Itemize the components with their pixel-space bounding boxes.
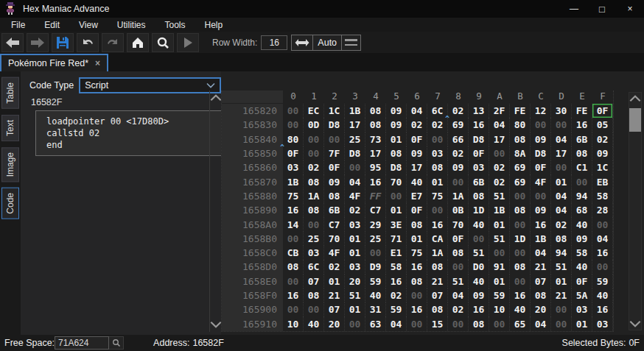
hex-cell[interactable]: 59 [386, 302, 407, 316]
hex-cell[interactable]: 00 [365, 246, 386, 260]
hex-cell[interactable]: 16 [510, 288, 531, 302]
hex-cell[interactable]: 16 [283, 288, 304, 302]
hex-cell[interactable]: 75 [283, 189, 304, 203]
hex-cell[interactable]: 02 [592, 132, 613, 146]
menu-item-help[interactable]: Help [195, 18, 233, 32]
hex-cell[interactable]: 08 [407, 217, 427, 231]
hex-cell[interactable]: 0F [531, 160, 551, 174]
hex-cell[interactable]: 04 [345, 174, 365, 188]
hex-cell[interactable]: 59 [592, 274, 613, 288]
hex-cell[interactable]: 02 [448, 146, 469, 160]
hex-cell[interactable]: 01 [407, 232, 427, 246]
hex-cell[interactable]: 01 [427, 174, 448, 188]
hex-cell[interactable]: 03 [572, 302, 592, 316]
hex-cell[interactable]: 6B [572, 132, 592, 146]
hex-cell[interactable]: 03 [304, 246, 324, 260]
hex-cell[interactable]: 75 [427, 189, 448, 203]
side-tab-text[interactable]: Text [1, 115, 19, 141]
hex-cell[interactable]: 40 [365, 288, 386, 302]
hex-cell[interactable]: 0F^ [283, 146, 304, 160]
hex-cell[interactable]: 00 [283, 274, 304, 288]
hex-cell[interactable]: 0F [572, 274, 592, 288]
hex-cell[interactable]: 00 [489, 246, 510, 260]
close-button[interactable]: × [616, 0, 644, 18]
hex-cell[interactable]: 00 [386, 189, 407, 203]
hex-cell[interactable]: 7F [324, 146, 345, 160]
hex-cell[interactable]: 04 [448, 288, 469, 302]
hex-cell[interactable]: 30 [551, 104, 572, 118]
hex-cell[interactable]: 08 [304, 174, 324, 188]
hex-cell[interactable]: 91 [489, 260, 510, 274]
hex-cell[interactable]: 16 [407, 260, 427, 274]
hex-cell[interactable]: 00 [448, 316, 469, 330]
hex-cell[interactable]: 1A [304, 189, 324, 203]
hex-cell[interactable]: 00 [510, 217, 531, 231]
script-editor[interactable]: loadpointer 00 <17D80D>callstd 02end [35, 110, 223, 156]
hex-cell[interactable]: 08 [386, 146, 407, 160]
menu-item-view[interactable]: View [69, 18, 108, 32]
hex-cell[interactable]: CA [427, 232, 448, 246]
hex-cell[interactable]: 00 [407, 316, 427, 330]
free-space-search-button[interactable] [109, 336, 124, 350]
hex-cell[interactable]: 00 [572, 174, 592, 188]
hex-cell[interactable]: 07 [304, 274, 324, 288]
hex-cell[interactable]: 09 [572, 232, 592, 246]
hex-cell[interactable]: 59 [489, 288, 510, 302]
hex-cell[interactable]: 00 [304, 302, 324, 316]
hex-cell[interactable]: 07 [324, 302, 345, 316]
hex-cell[interactable]: 01 [489, 274, 510, 288]
hex-cell[interactable]: 08 [510, 132, 531, 146]
row-width-input[interactable] [261, 35, 287, 50]
hex-cell[interactable]: 00 [489, 146, 510, 160]
hex-cell[interactable]: 40 [592, 288, 613, 302]
hex-cell[interactable]: 1A [448, 189, 469, 203]
hex-cell[interactable]: 08 [448, 246, 469, 260]
hex-cell[interactable]: 16 [469, 118, 489, 132]
hex-cell[interactable]: 40 [572, 217, 592, 231]
hex-cell[interactable]: 28 [592, 203, 613, 217]
hex-cell[interactable]: 09 [531, 203, 551, 217]
hex-cell[interactable]: 20 [531, 302, 551, 316]
hex-cell[interactable]: 00 [345, 316, 365, 330]
hex-cell[interactable]: E1 [386, 246, 407, 260]
goto-button[interactable] [177, 33, 199, 52]
menu-item-tools[interactable]: Tools [155, 18, 195, 32]
hex-cell[interactable]: 58 [572, 246, 592, 260]
hex-cell[interactable]: 02 [407, 118, 427, 132]
hex-cell[interactable]: 01 [324, 274, 345, 288]
hex-cell[interactable]: 0B [448, 203, 469, 217]
hex-cell[interactable]: 16 [365, 174, 386, 188]
hex-cell[interactable]: 03 [592, 316, 613, 330]
scroll-up-icon[interactable] [210, 92, 222, 104]
menu-item-edit[interactable]: Edit [35, 18, 69, 32]
hex-cell[interactable]: 04 [592, 232, 613, 246]
hex-cell[interactable]: 65 [510, 316, 531, 330]
code-panel-scrollbar[interactable] [209, 91, 221, 332]
hex-cell[interactable]: 08 [510, 260, 531, 274]
stretch-width-button[interactable] [291, 35, 313, 51]
hex-cell[interactable]: FF [365, 189, 386, 203]
hex-cell[interactable]: 1B [489, 203, 510, 217]
undo-button[interactable] [77, 33, 99, 52]
redo-button[interactable] [102, 33, 124, 52]
hex-cell[interactable]: 00 [345, 160, 365, 174]
hex-cell[interactable]: 51 [489, 189, 510, 203]
hex-cell[interactable]: 02 [304, 160, 324, 174]
hex-cell[interactable]: 4F [345, 189, 365, 203]
back-button[interactable] [1, 33, 24, 52]
scrollbar-thumb[interactable] [629, 108, 641, 132]
hex-cell[interactable]: 58 [592, 189, 613, 203]
hex-cell[interactable]: 1B [345, 104, 365, 118]
hex-cell[interactable]: 08 [510, 203, 531, 217]
hex-cell[interactable]: 02 [489, 174, 510, 188]
hex-cell[interactable]: 08 [531, 288, 551, 302]
line-spacing-button[interactable] [341, 35, 361, 51]
hex-cell[interactable]: 25 [304, 232, 324, 246]
hex-cell[interactable]: D8 [531, 146, 551, 160]
hex-cell[interactable]: 00 [448, 260, 469, 274]
hex-cell[interactable]: 21 [531, 260, 551, 274]
hex-cell[interactable]: D9 [365, 260, 386, 274]
hex-cell[interactable]: 00 [407, 288, 427, 302]
hex-cell[interactable]: 6B [469, 174, 489, 188]
hex-cell[interactable]: 00 [304, 132, 324, 146]
